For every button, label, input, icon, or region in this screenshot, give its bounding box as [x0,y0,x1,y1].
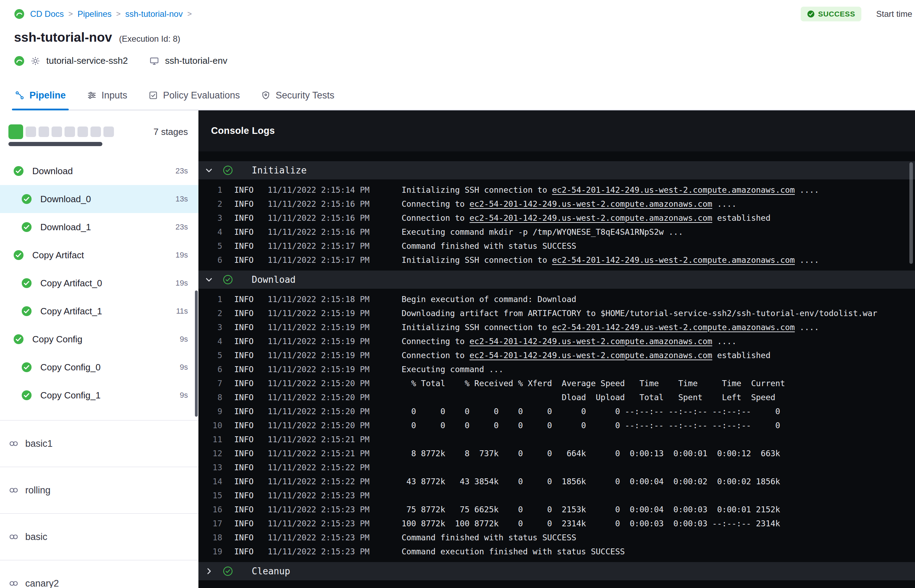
log-message: Initializing SSH connection to ec2-54-20… [401,255,819,265]
stage-label: Copy Artifact_0 [40,278,102,289]
console-scrollbar[interactable] [909,162,913,264]
log-timestamp: 11/11/2022 2:15:17 PM [267,255,373,265]
stage-label: Download_0 [40,194,91,205]
check-circle-icon [21,194,32,204]
log-level: INFO [234,337,254,346]
log-timestamp: 11/11/2022 2:15:16 PM [267,199,373,208]
log-level: INFO [234,323,254,332]
log-section-header-download[interactable]: Download [199,271,915,289]
log-level: INFO [234,477,254,486]
log-level: INFO [234,435,254,444]
log-timestamp: 11/11/2022 2:15:23 PM [267,519,373,528]
stages-count: 7 stages [154,126,188,137]
service-name: tutorial-service-ssh2 [46,55,128,66]
log-line: 8INFO11/11/2022 2:15:20 PM Dload Upload … [199,390,915,404]
log-line: 5INFO11/11/2022 2:15:19 PMConnection to … [199,348,915,362]
log-line-number: 3 [199,323,222,332]
stage-row-copy-config-1[interactable]: Copy Config_19s [0,381,199,409]
check-circle-icon [13,166,24,176]
pipeline-label: canary2 [25,578,59,588]
chevron-down-icon[interactable] [204,566,214,576]
log-line-number: 2 [199,199,222,208]
check-circle-icon [13,250,24,260]
log-timestamp: 11/11/2022 2:15:18 PM [267,295,373,304]
sidebar-scrollbar[interactable] [195,291,198,417]
stage-list: Download23sDownload_013sDownload_123sCop… [0,157,199,409]
tab-pipeline[interactable]: Pipeline [14,81,66,110]
execution-id: (Execution Id: 8) [119,34,181,44]
stages-header: 7 stages [0,110,199,157]
tab-inputs[interactable]: Inputs [86,81,128,110]
log-message: Command finished with status SUCCESS [401,533,576,542]
log-line: 10INFO11/11/2022 2:15:20 PM 0 0 0 0 0 0 … [199,418,915,433]
stage-row-copy-config[interactable]: Copy Config9s [0,325,199,353]
stage-row-copy-artifact[interactable]: Copy Artifact19s [0,241,199,269]
pipeline-item-canary2[interactable]: canary2 [0,560,199,588]
log-level: INFO [234,379,254,388]
log-line-number: 12 [199,449,222,458]
log-message: Dload Upload Total Spent Left Speed [401,393,775,402]
log-message: Begin execution of command: Download [401,295,576,304]
pipeline-item-basic1[interactable]: basic1 [0,420,199,467]
check-circle-icon [21,306,32,317]
breadcrumb-separator: > [116,10,121,19]
log-line: 4INFO11/11/2022 2:15:16 PMExecuting comm… [199,225,915,239]
log-message: 43 8772k 43 3854k 0 0 1856k 0 0:00:04 0:… [401,477,780,486]
policy-evaluations-icon [148,90,158,100]
breadcrumb-link-pipelines[interactable]: Pipelines [78,9,112,19]
pipeline-item-basic[interactable]: basic [0,514,199,560]
gear-icon [30,56,40,66]
log-message: Executing command mkdir -p /tmp/WYQNESE_… [401,228,683,236]
stage-row-copy-artifact-0[interactable]: Copy Artifact_019s [0,269,199,297]
check-circle-icon [21,278,32,288]
breadcrumb-link-ssh-tutorial-nov[interactable]: ssh-tutorial-nov [125,9,183,19]
stage-label: Copy Config_0 [40,362,100,373]
log-host-link[interactable]: ec2-54-201-142-249.us-west-2.compute.ama… [469,199,712,208]
chevron-down-icon[interactable] [204,275,214,284]
log-host-link[interactable]: ec2-54-201-142-249.us-west-2.compute.ama… [469,337,712,346]
log-section-header-cleanup[interactable]: Cleanup [199,562,915,580]
log-timestamp: 11/11/2022 2:15:19 PM [267,337,373,346]
log-line: 4INFO11/11/2022 2:15:19 PMConnecting to … [199,334,915,348]
log-message: 8 8772k 8 737k 0 0 664k 0 0:00:13 0:00:0… [401,449,780,458]
log-line: 16INFO11/11/2022 2:15:23 PM 75 8772k 75 … [199,502,915,517]
log-timestamp: 11/11/2022 2:15:19 PM [267,309,373,318]
log-timestamp: 11/11/2022 2:15:21 PM [267,435,373,444]
log-timestamp: 11/11/2022 2:15:22 PM [267,463,373,472]
header-right: SUCCESS Start time [801,6,912,21]
log-line: 14INFO11/11/2022 2:15:22 PM 43 8772k 43 … [199,475,915,488]
log-host-link[interactable]: ec2-54-201-142-249.us-west-2.compute.ama… [552,185,795,194]
log-line-number: 5 [199,351,222,360]
stage-duration: 9s [180,363,188,372]
stage-row-download-0[interactable]: Download_013s [0,185,199,213]
stage-row-copy-config-0[interactable]: Copy Config_09s [0,353,199,381]
inputs-icon [87,90,97,100]
stage-label: Copy Config_1 [40,390,100,401]
log-host-link[interactable]: ec2-54-201-142-249.us-west-2.compute.ama… [469,213,712,223]
log-timestamp: 11/11/2022 2:15:20 PM [267,393,373,402]
success-check-icon [807,10,815,18]
log-host-link[interactable]: ec2-54-201-142-249.us-west-2.compute.ama… [469,351,712,360]
breadcrumb-separator: > [68,10,73,19]
pipeline-item-rolling[interactable]: rolling [0,467,199,514]
log-line-number: 5 [199,241,222,250]
tab-policy-evaluations[interactable]: Policy Evaluations [147,81,241,110]
chevron-down-icon[interactable] [204,165,214,175]
tab-security-tests[interactable]: Security Tests [260,81,335,110]
breadcrumb-link-cd-docs[interactable]: CD Docs [30,9,64,19]
pipeline-label: basic1 [25,438,53,449]
log-level: INFO [234,295,254,304]
status-badge-label: SUCCESS [818,10,855,18]
stage-row-download[interactable]: Download23s [0,157,199,185]
log-message: Command finished with status SUCCESS [401,241,576,250]
stage-duration: 23s [176,166,188,176]
log-section-header-initialize[interactable]: Initialize [199,161,915,179]
progress-square [39,126,49,137]
log-level: INFO [234,547,254,556]
log-host-link[interactable]: ec2-54-201-142-249.us-west-2.compute.ama… [552,323,795,332]
stage-row-copy-artifact-1[interactable]: Copy Artifact_111s [0,297,199,325]
stage-row-download-1[interactable]: Download_123s [0,213,199,241]
tab-bar: PipelineInputsPolicy EvaluationsSecurity… [14,81,915,110]
log-host-link[interactable]: ec2-54-201-142-249.us-west-2.compute.ama… [552,255,795,265]
stage-label: Copy Artifact_1 [40,306,102,317]
